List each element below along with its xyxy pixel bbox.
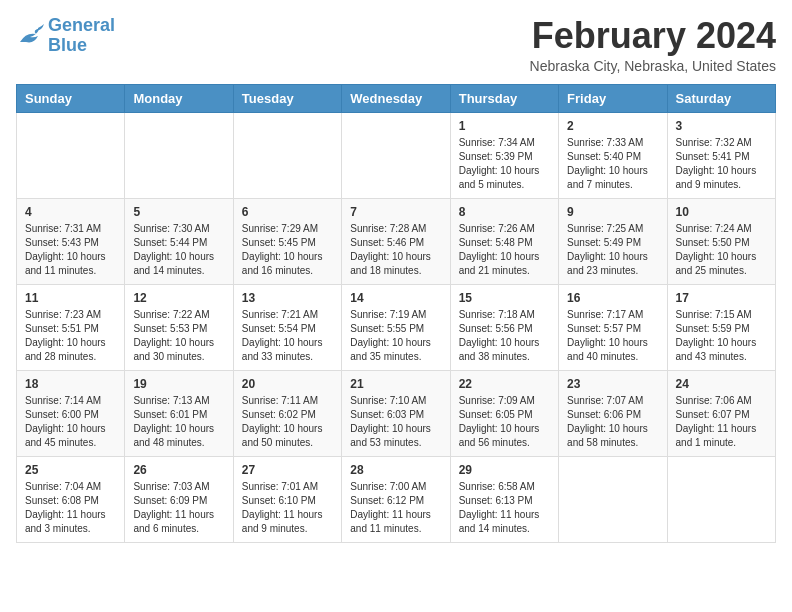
logo-line2: Blue [48,35,87,55]
day-number: 2 [567,119,658,133]
location-title: Nebraska City, Nebraska, United States [530,58,776,74]
day-number: 13 [242,291,333,305]
day-number: 24 [676,377,767,391]
day-number: 25 [25,463,116,477]
weekday-header-thursday: Thursday [450,84,558,112]
day-info: Sunrise: 7:11 AM Sunset: 6:02 PM Dayligh… [242,394,333,450]
day-info: Sunrise: 7:26 AM Sunset: 5:48 PM Dayligh… [459,222,550,278]
day-number: 20 [242,377,333,391]
day-number: 18 [25,377,116,391]
weekday-header-saturday: Saturday [667,84,775,112]
calendar-cell: 11Sunrise: 7:23 AM Sunset: 5:51 PM Dayli… [17,284,125,370]
calendar-cell: 15Sunrise: 7:18 AM Sunset: 5:56 PM Dayli… [450,284,558,370]
calendar-cell: 17Sunrise: 7:15 AM Sunset: 5:59 PM Dayli… [667,284,775,370]
calendar-table: SundayMondayTuesdayWednesdayThursdayFrid… [16,84,776,543]
calendar-cell: 8Sunrise: 7:26 AM Sunset: 5:48 PM Daylig… [450,198,558,284]
week-row-4: 18Sunrise: 7:14 AM Sunset: 6:00 PM Dayli… [17,370,776,456]
day-info: Sunrise: 7:19 AM Sunset: 5:55 PM Dayligh… [350,308,441,364]
day-info: Sunrise: 7:04 AM Sunset: 6:08 PM Dayligh… [25,480,116,536]
day-info: Sunrise: 7:18 AM Sunset: 5:56 PM Dayligh… [459,308,550,364]
weekday-header-wednesday: Wednesday [342,84,450,112]
day-info: Sunrise: 7:23 AM Sunset: 5:51 PM Dayligh… [25,308,116,364]
calendar-cell: 7Sunrise: 7:28 AM Sunset: 5:46 PM Daylig… [342,198,450,284]
weekday-header-friday: Friday [559,84,667,112]
calendar-cell: 23Sunrise: 7:07 AM Sunset: 6:06 PM Dayli… [559,370,667,456]
day-info: Sunrise: 7:32 AM Sunset: 5:41 PM Dayligh… [676,136,767,192]
calendar-cell: 13Sunrise: 7:21 AM Sunset: 5:54 PM Dayli… [233,284,341,370]
logo-line1: General [48,15,115,35]
day-number: 4 [25,205,116,219]
day-info: Sunrise: 7:00 AM Sunset: 6:12 PM Dayligh… [350,480,441,536]
calendar-cell: 2Sunrise: 7:33 AM Sunset: 5:40 PM Daylig… [559,112,667,198]
calendar-cell [233,112,341,198]
calendar-cell: 24Sunrise: 7:06 AM Sunset: 6:07 PM Dayli… [667,370,775,456]
day-info: Sunrise: 7:13 AM Sunset: 6:01 PM Dayligh… [133,394,224,450]
calendar-cell [559,456,667,542]
logo-text: General Blue [48,16,115,56]
day-info: Sunrise: 7:03 AM Sunset: 6:09 PM Dayligh… [133,480,224,536]
weekday-header-tuesday: Tuesday [233,84,341,112]
weekday-header-monday: Monday [125,84,233,112]
calendar-cell: 5Sunrise: 7:30 AM Sunset: 5:44 PM Daylig… [125,198,233,284]
calendar-cell [667,456,775,542]
day-info: Sunrise: 7:14 AM Sunset: 6:00 PM Dayligh… [25,394,116,450]
day-number: 26 [133,463,224,477]
day-info: Sunrise: 7:07 AM Sunset: 6:06 PM Dayligh… [567,394,658,450]
calendar-cell: 6Sunrise: 7:29 AM Sunset: 5:45 PM Daylig… [233,198,341,284]
weekday-header-sunday: Sunday [17,84,125,112]
day-info: Sunrise: 7:10 AM Sunset: 6:03 PM Dayligh… [350,394,441,450]
calendar-cell [17,112,125,198]
day-info: Sunrise: 7:28 AM Sunset: 5:46 PM Dayligh… [350,222,441,278]
calendar-cell: 16Sunrise: 7:17 AM Sunset: 5:57 PM Dayli… [559,284,667,370]
page-header: General Blue February 2024 Nebraska City… [16,16,776,74]
day-number: 27 [242,463,333,477]
day-number: 10 [676,205,767,219]
day-number: 9 [567,205,658,219]
day-number: 17 [676,291,767,305]
day-number: 14 [350,291,441,305]
day-number: 6 [242,205,333,219]
weekday-header-row: SundayMondayTuesdayWednesdayThursdayFrid… [17,84,776,112]
calendar-cell: 19Sunrise: 7:13 AM Sunset: 6:01 PM Dayli… [125,370,233,456]
day-info: Sunrise: 7:15 AM Sunset: 5:59 PM Dayligh… [676,308,767,364]
calendar-cell: 18Sunrise: 7:14 AM Sunset: 6:00 PM Dayli… [17,370,125,456]
day-number: 3 [676,119,767,133]
day-number: 21 [350,377,441,391]
calendar-cell: 14Sunrise: 7:19 AM Sunset: 5:55 PM Dayli… [342,284,450,370]
calendar-cell: 10Sunrise: 7:24 AM Sunset: 5:50 PM Dayli… [667,198,775,284]
day-info: Sunrise: 7:17 AM Sunset: 5:57 PM Dayligh… [567,308,658,364]
day-number: 28 [350,463,441,477]
day-number: 7 [350,205,441,219]
day-number: 11 [25,291,116,305]
month-title: February 2024 [530,16,776,56]
calendar-cell: 20Sunrise: 7:11 AM Sunset: 6:02 PM Dayli… [233,370,341,456]
day-number: 23 [567,377,658,391]
day-info: Sunrise: 7:01 AM Sunset: 6:10 PM Dayligh… [242,480,333,536]
day-number: 19 [133,377,224,391]
day-number: 15 [459,291,550,305]
day-number: 16 [567,291,658,305]
calendar-cell [342,112,450,198]
day-number: 29 [459,463,550,477]
day-number: 1 [459,119,550,133]
calendar-cell: 29Sunrise: 6:58 AM Sunset: 6:13 PM Dayli… [450,456,558,542]
calendar-cell: 9Sunrise: 7:25 AM Sunset: 5:49 PM Daylig… [559,198,667,284]
week-row-1: 1Sunrise: 7:34 AM Sunset: 5:39 PM Daylig… [17,112,776,198]
day-info: Sunrise: 7:31 AM Sunset: 5:43 PM Dayligh… [25,222,116,278]
calendar-cell: 1Sunrise: 7:34 AM Sunset: 5:39 PM Daylig… [450,112,558,198]
calendar-cell: 27Sunrise: 7:01 AM Sunset: 6:10 PM Dayli… [233,456,341,542]
logo-bird-icon [16,24,44,48]
day-number: 5 [133,205,224,219]
logo: General Blue [16,16,115,56]
calendar-cell: 26Sunrise: 7:03 AM Sunset: 6:09 PM Dayli… [125,456,233,542]
title-block: February 2024 Nebraska City, Nebraska, U… [530,16,776,74]
week-row-5: 25Sunrise: 7:04 AM Sunset: 6:08 PM Dayli… [17,456,776,542]
calendar-cell: 4Sunrise: 7:31 AM Sunset: 5:43 PM Daylig… [17,198,125,284]
week-row-2: 4Sunrise: 7:31 AM Sunset: 5:43 PM Daylig… [17,198,776,284]
day-number: 22 [459,377,550,391]
calendar-cell: 25Sunrise: 7:04 AM Sunset: 6:08 PM Dayli… [17,456,125,542]
calendar-cell: 12Sunrise: 7:22 AM Sunset: 5:53 PM Dayli… [125,284,233,370]
day-info: Sunrise: 7:06 AM Sunset: 6:07 PM Dayligh… [676,394,767,450]
day-info: Sunrise: 7:24 AM Sunset: 5:50 PM Dayligh… [676,222,767,278]
day-info: Sunrise: 7:34 AM Sunset: 5:39 PM Dayligh… [459,136,550,192]
